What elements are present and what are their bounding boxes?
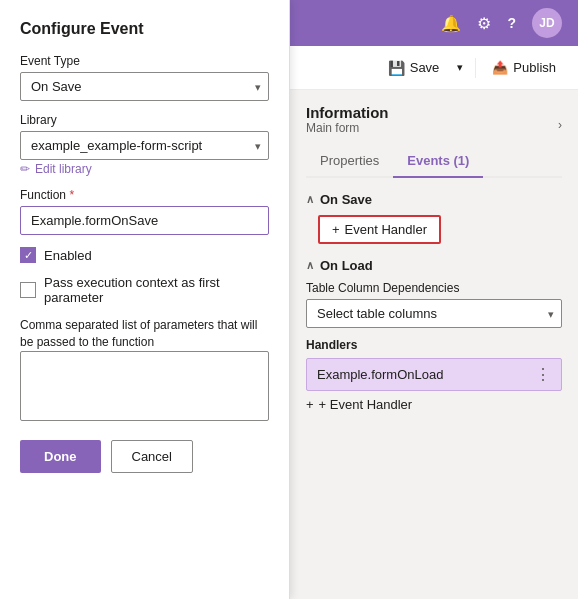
configure-event-panel: Configure Event Event Type On Save On Lo… [0,0,290,599]
cancel-button[interactable]: Cancel [111,440,193,473]
publish-label: Publish [513,60,556,75]
info-title-block: Information Main form [306,104,389,145]
handler-item: Example.formOnLoad ⋮ [306,358,562,391]
event-type-label: Event Type [20,54,269,68]
tab-properties[interactable]: Properties [306,147,393,178]
pass-context-checkbox[interactable] [20,282,36,298]
save-label: Save [410,60,440,75]
on-load-label: On Load [320,258,373,273]
on-save-plus-icon: + [332,222,340,237]
info-header: Information Main form › [306,104,562,145]
on-load-event-handler-button[interactable]: + + Event Handler [306,397,562,412]
save-arrow-icon: ▾ [457,61,463,73]
params-label: Comma separated list of parameters that … [20,317,269,351]
done-button[interactable]: Done [20,440,101,473]
table-col-label: Table Column Dependencies [306,281,562,295]
handlers-label: Handlers [306,338,562,352]
gear-icon[interactable]: ⚙ [477,14,491,33]
event-type-field: Event Type On Save On Load On Change ▾ [20,54,269,101]
on-load-chevron-icon: ∧ [306,259,314,272]
pass-context-label: Pass execution context as first paramete… [44,275,269,305]
library-label: Library [20,113,269,127]
table-col-select[interactable]: Select table columns [306,299,562,328]
event-type-select-wrapper: On Save On Load On Change ▾ [20,72,269,101]
library-select[interactable]: example_example-form-script [20,131,269,160]
pencil-icon: ✏ [20,162,30,176]
right-panel: 🔔 ⚙ ? JD 💾 Save ▾ 📤 Publish Information … [290,0,578,599]
function-input[interactable] [20,206,269,235]
save-icon: 💾 [388,60,405,76]
help-icon[interactable]: ? [507,15,516,31]
content-area: Information Main form › Properties Event… [290,90,578,599]
checkmark-icon: ✓ [24,250,33,261]
on-save-event-handler-button[interactable]: + Event Handler [318,215,441,244]
params-textarea[interactable] [20,351,269,421]
on-save-chevron-icon: ∧ [306,193,314,206]
edit-library-link[interactable]: ✏ Edit library [20,162,269,176]
params-field: Comma separated list of parameters that … [20,317,269,424]
panel-title: Configure Event [20,20,269,38]
on-load-section: ∧ On Load Table Column Dependencies Sele… [306,258,562,412]
on-save-label: On Save [320,192,372,207]
enabled-checkbox[interactable]: ✓ [20,247,36,263]
function-required: * [69,188,74,202]
info-chevron-right-icon[interactable]: › [558,118,562,132]
divider [475,58,476,78]
top-bar: 🔔 ⚙ ? JD [290,0,578,46]
enabled-checkbox-row: ✓ Enabled [20,247,269,263]
info-title: Information [306,104,389,121]
handler-more-icon[interactable]: ⋮ [535,365,551,384]
table-col-field: Table Column Dependencies Select table c… [306,281,562,328]
enabled-label: Enabled [44,248,92,263]
function-label: Function * [20,188,269,202]
save-button[interactable]: 💾 Save [378,54,450,82]
on-save-section: ∧ On Save + Event Handler [306,192,562,244]
tab-events[interactable]: Events (1) [393,147,483,178]
publish-icon: 📤 [492,60,508,75]
avatar[interactable]: JD [532,8,562,38]
on-save-event-handler-label: Event Handler [345,222,427,237]
on-load-header: ∧ On Load [306,258,562,273]
bell-icon[interactable]: 🔔 [441,14,461,33]
function-field: Function * [20,188,269,235]
info-subtitle: Main form [306,121,389,135]
handler-name: Example.formOnLoad [317,367,443,382]
on-load-plus-icon: + [306,397,314,412]
publish-button[interactable]: 📤 Publish [482,54,566,81]
tabs: Properties Events (1) [306,147,562,178]
action-bar: 💾 Save ▾ 📤 Publish [290,46,578,90]
edit-library-text: Edit library [35,162,92,176]
button-row: Done Cancel [20,440,269,473]
on-save-header: ∧ On Save [306,192,562,207]
table-col-select-wrapper: Select table columns ▾ [306,299,562,328]
on-load-event-handler-label: + Event Handler [319,397,413,412]
event-type-select[interactable]: On Save On Load On Change [20,72,269,101]
save-dropdown-button[interactable]: ▾ [451,55,469,80]
library-field: Library example_example-form-script ▾ ✏ … [20,113,269,176]
library-select-wrapper: example_example-form-script ▾ [20,131,269,160]
pass-context-checkbox-row: Pass execution context as first paramete… [20,275,269,305]
